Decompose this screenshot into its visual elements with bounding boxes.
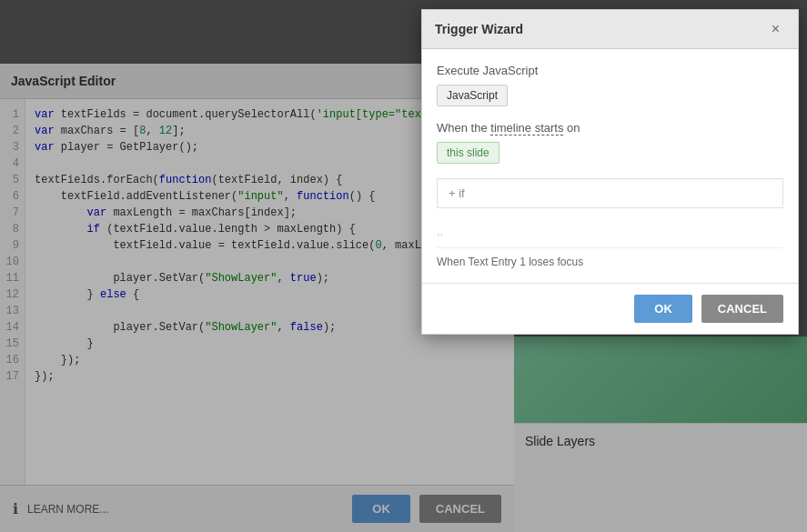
modal-body: Execute JavaScript JavaScript When the t…	[422, 49, 798, 283]
modal-header: Trigger Wizard ×	[422, 10, 798, 49]
trigger-wizard-modal: Trigger Wizard × Execute JavaScript Java…	[421, 9, 799, 335]
when-focus-text: When Text Entry 1 loses focus	[437, 247, 783, 268]
this-slide-tag[interactable]: this slide	[437, 142, 499, 164]
execute-section: Execute JavaScript JavaScript	[437, 64, 783, 106]
modal-cancel-button[interactable]: CANCEL	[701, 295, 783, 323]
add-if-label: + if	[449, 186, 465, 200]
when-suffix: on	[567, 121, 580, 135]
modal-close-button[interactable]: ×	[766, 19, 785, 39]
modal-footer: OK CANCEL	[422, 283, 798, 334]
ellipsis-text: ..	[437, 225, 443, 238]
when-section: When the timeline starts on this slide	[437, 121, 783, 164]
execute-label: Execute JavaScript	[437, 64, 783, 77]
modal-title: Trigger Wizard	[435, 22, 523, 36]
add-if-section[interactable]: + if	[437, 178, 783, 208]
timeline-starts-label: timeline starts	[490, 121, 563, 136]
modal-ok-button[interactable]: OK	[634, 295, 692, 323]
javascript-tag[interactable]: JavaScript	[437, 85, 508, 106]
when-text: When the timeline starts on	[437, 121, 783, 135]
when-prefix: When the	[437, 121, 488, 135]
ellipsis-row: ..	[437, 219, 783, 244]
